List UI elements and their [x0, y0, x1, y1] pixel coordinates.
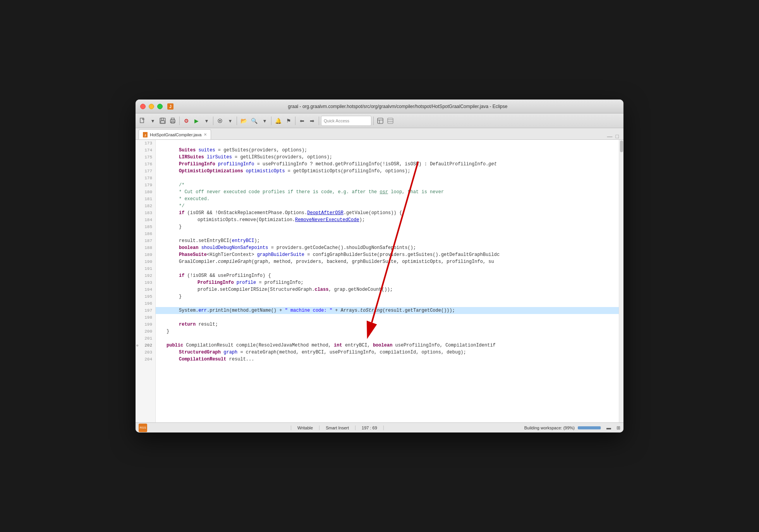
code-line-187: result.setEntryBCI(entryBCI); — [156, 237, 619, 244]
perspective-buttons — [376, 115, 395, 126]
status-progress: Building workspace: (99%) ▬ ⊞ — [524, 425, 620, 431]
line-numbers: 173 174 175 176 177 178 179 180 181 182 … — [136, 140, 156, 422]
svg-rect-2 — [140, 118, 144, 123]
code-line-195: } — [156, 293, 619, 300]
perspective-debug[interactable] — [386, 115, 395, 126]
svg-point-11 — [219, 120, 221, 122]
line-num-200: 200 — [136, 328, 155, 335]
line-num-195: 195 — [136, 293, 155, 300]
forward-btn[interactable]: ➡ — [307, 115, 317, 126]
quick-access-input[interactable]: Quick Access — [321, 116, 371, 126]
tabbar: J HotSpotGraalCompiler.java ✕ — □ — [136, 128, 623, 140]
prev-annotation[interactable]: ⚑ — [284, 115, 293, 126]
line-num-198: 198 — [136, 314, 155, 321]
sep2 — [213, 117, 213, 125]
code-line-193: ProfilingInfo profile = profilingInfo; — [156, 279, 619, 286]
sep5 — [295, 117, 295, 125]
sep7 — [373, 117, 374, 125]
perspective-java[interactable] — [376, 115, 385, 126]
print-button[interactable] — [168, 115, 177, 126]
code-line-190: GraalCompiler.compileGraph(graph, method… — [156, 258, 619, 265]
status-writable[interactable]: Writable — [291, 426, 319, 430]
svg-rect-5 — [161, 118, 164, 120]
svg-text:J: J — [144, 134, 146, 137]
code-line-186 — [156, 230, 619, 237]
code-line-183: if (isOSR && !OnStackReplacementPhase.Op… — [156, 209, 619, 216]
new-arrow[interactable]: ▾ — [148, 115, 157, 126]
line-num-188: 188 — [136, 244, 155, 251]
open-type[interactable]: 📂 — [239, 115, 249, 126]
line-num-187: 187 — [136, 237, 155, 244]
code-line-202: public CompilationResult compile(Resolve… — [156, 342, 619, 349]
line-num-194: 194 — [136, 286, 155, 293]
editor-area: 173 174 175 176 177 178 179 180 181 182 … — [136, 140, 623, 422]
ext-tools[interactable] — [215, 115, 225, 126]
tab-maximize-icon[interactable]: □ — [614, 133, 620, 139]
code-line-204: CompilationResult result... — [156, 356, 619, 363]
save-button[interactable] — [158, 115, 167, 126]
line-num-178: 178 — [136, 175, 155, 182]
next-annotation[interactable]: 🔔 — [273, 115, 283, 126]
run-btn[interactable]: ▶ — [192, 115, 201, 126]
code-line-184: optimisticOpts.remove(Optimization.Remov… — [156, 216, 619, 223]
code-line-175: LIRSuites lirSuites = getLIRSuites(provi… — [156, 154, 619, 161]
code-line-182: */ — [156, 203, 619, 209]
scrollbar-thumb[interactable] — [620, 141, 623, 152]
status-smart-insert[interactable]: Smart Insert — [319, 426, 355, 430]
code-line-173 — [156, 140, 619, 147]
code-line-180: * Cut off never executed code profiles i… — [156, 189, 619, 196]
svg-text:J: J — [169, 105, 172, 109]
status-position[interactable]: 197 : 69 — [355, 426, 384, 430]
progress-fill — [578, 426, 601, 429]
back-btn[interactable]: ⬅ — [297, 115, 307, 126]
line-num-179: 179 — [136, 182, 155, 189]
sep3 — [237, 117, 237, 125]
close-button[interactable] — [140, 104, 146, 109]
grid-icon[interactable]: ⊞ — [616, 425, 620, 431]
new-button[interactable] — [138, 115, 147, 126]
code-line-198 — [156, 314, 619, 321]
code-content[interactable]: Suites suites = getSuites(providers, opt… — [156, 140, 619, 422]
titlebar: J graal - org.graalvm.compiler.hotspot/s… — [136, 100, 623, 113]
line-num-197: 197 — [136, 307, 155, 314]
code-line-200: } — [156, 328, 619, 335]
layout-icon[interactable]: ▬ — [606, 425, 611, 431]
code-line-185: } — [156, 223, 619, 230]
line-num-189: 189 — [136, 251, 155, 258]
code-line-203: StructuredGraph graph = createGraph(meth… — [156, 349, 619, 356]
svg-rect-6 — [161, 121, 165, 123]
vertical-scrollbar[interactable] — [619, 140, 623, 422]
line-num-180: 180 — [136, 189, 155, 196]
tab-close-button[interactable]: ✕ — [204, 132, 207, 137]
fold-marker[interactable]: ⊖ — [136, 343, 138, 348]
line-num-174: 174 — [136, 147, 155, 154]
line-num-182: 182 — [136, 203, 155, 209]
minimize-button[interactable] — [149, 104, 154, 109]
ext-arrow[interactable]: ▾ — [225, 115, 235, 126]
line-num-203: 203 — [136, 349, 155, 356]
search-arrow[interactable]: ▾ — [260, 115, 269, 126]
search-btn[interactable]: 🔍 — [249, 115, 259, 126]
rss-icon[interactable]: RSS — [139, 424, 147, 432]
code-line-196 — [156, 300, 619, 307]
tab-minimize-icon[interactable]: — — [606, 133, 614, 139]
code-line-191 — [156, 265, 619, 272]
svg-rect-15 — [388, 118, 393, 124]
debug-btn[interactable]: ⚙ — [182, 115, 191, 126]
progress-bar — [578, 426, 601, 429]
code-line-188: boolean shouldDebugNonSafepoints = provi… — [156, 244, 619, 251]
editor-tab[interactable]: J HotSpotGraalCompiler.java ✕ — [139, 129, 211, 139]
line-num-173: 173 — [136, 140, 155, 147]
code-line-177: OptimisticOptimizations optimisticOpts =… — [156, 168, 619, 175]
sep1 — [179, 117, 180, 125]
line-num-196: 196 — [136, 300, 155, 307]
run-arrow[interactable]: ▾ — [202, 115, 211, 126]
code-line-199: return result; — [156, 321, 619, 328]
code-line-178 — [156, 175, 619, 182]
traffic-lights — [140, 104, 163, 109]
app-icon: J — [167, 103, 173, 110]
line-num-190: 190 — [136, 258, 155, 265]
line-num-176: 176 — [136, 161, 155, 168]
code-line-179: /* — [156, 182, 619, 189]
maximize-button[interactable] — [157, 104, 163, 109]
